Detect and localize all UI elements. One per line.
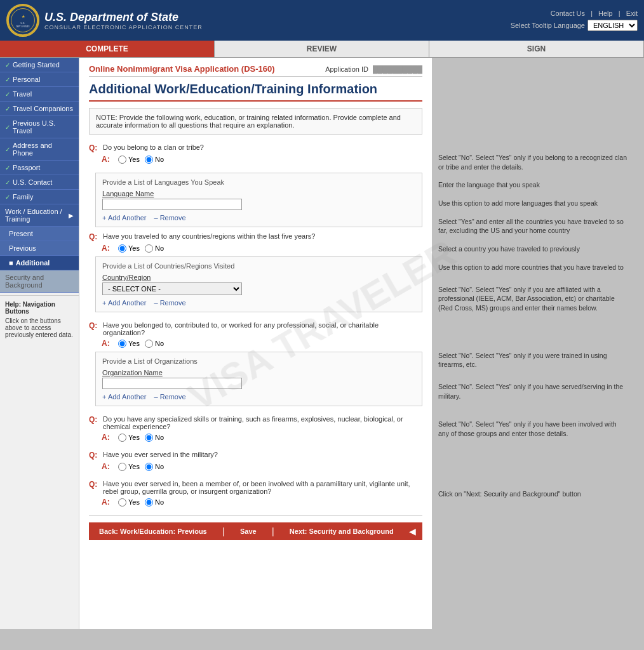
separator1: | (591, 10, 594, 17)
q6-yes-label[interactable]: Yes (118, 498, 140, 507)
sidebar-item-personal[interactable]: ✓ Personal (0, 72, 79, 87)
sidebar-item-travel-companions[interactable]: ✓ Travel Companions (0, 102, 79, 116)
q3-yes-radio[interactable] (118, 340, 126, 348)
bottom-nav: Back: Work/Education: Previous | Save | … (89, 522, 422, 540)
q3-yes-label[interactable]: Yes (118, 340, 140, 348)
q2-no-label[interactable]: No (145, 244, 164, 253)
q6-no-radio[interactable] (145, 498, 153, 507)
annotation-6: Use this option to add more countries th… (438, 263, 629, 272)
q1-no-label[interactable]: No (145, 156, 164, 164)
language-name-label: Language Name (102, 190, 415, 197)
annotation-10-text: Select "No". Select "Yes" only if you ha… (438, 420, 617, 437)
sidebar-item-family[interactable]: ✓ Family (0, 190, 79, 204)
q3-label: Q: (89, 321, 100, 330)
q5-no-radio[interactable] (145, 463, 153, 471)
language-dropdown[interactable]: ENGLISH (587, 20, 638, 31)
exit-link[interactable]: Exit (626, 10, 638, 17)
annotation-4: Select "Yes" and enter all the countries… (438, 217, 629, 235)
sidebar-item-us-contact[interactable]: ✓ U.S. Contact (0, 175, 79, 190)
help-link[interactable]: Help (598, 10, 613, 17)
main-content: Online Nonimmigrant Visa Application (DS… (79, 58, 432, 629)
language-name-input[interactable] (102, 199, 242, 210)
sidebar-label-passport: Passport (13, 164, 40, 171)
q6-yes-radio[interactable] (118, 498, 126, 507)
sidebar-item-previous[interactable]: Previous (0, 241, 79, 256)
sidebar-item-passport[interactable]: ✓ Passport (0, 161, 79, 175)
org-section-title: Provide a List of Organizations (102, 357, 415, 365)
q3-no-label[interactable]: No (145, 340, 164, 348)
q5-yes-label[interactable]: Yes (118, 463, 140, 471)
countries-remove-button[interactable]: Remove (154, 299, 185, 307)
sidebar-item-present[interactable]: Present (0, 227, 79, 241)
q4-no-radio[interactable] (145, 434, 153, 442)
save-button[interactable]: Save (236, 526, 260, 536)
check-icon: ✓ (5, 62, 10, 69)
check-icon: ✓ (5, 105, 10, 112)
country-region-select[interactable]: - SELECT ONE - (102, 282, 242, 295)
back-button[interactable]: Back: Work/Education: Previous (95, 526, 211, 536)
lang-label: Select Tooltip Language (511, 22, 585, 29)
annotation-8: Select "No". Select "Yes" only if you we… (438, 351, 629, 369)
sidebar-item-work-education[interactable]: Work / Education / Training ▶ (0, 204, 79, 227)
language-remove-button[interactable]: Remove (154, 214, 185, 222)
form-header-bar: Online Nonimmigrant Visa Application (DS… (89, 64, 422, 77)
check-icon: ✓ (5, 124, 10, 131)
language-add-remove: Add Another Remove (102, 214, 415, 222)
q6-no-label[interactable]: No (145, 498, 164, 507)
step-review[interactable]: REVIEW (215, 41, 429, 57)
org-add-button[interactable]: Add Another (102, 393, 146, 401)
help-text: Click on the buttons above to access pre… (5, 317, 74, 338)
q4-yes-radio[interactable] (118, 434, 126, 442)
question-clan-tribe: Q: Do you belong to a clan or tribe? A: … (89, 143, 422, 164)
q2-no-radio[interactable] (145, 244, 153, 253)
check-icon: ✓ (5, 76, 10, 83)
q1-yes-radio[interactable] (118, 156, 126, 164)
sidebar-label-address-phone: Address and Phone (13, 142, 74, 157)
q3-no-radio[interactable] (145, 340, 153, 348)
countries-subsection: Provide a List of Countries/Regions Visi… (95, 256, 422, 312)
q5-no-label[interactable]: No (145, 463, 164, 471)
nav-sep2: | (272, 526, 274, 536)
sidebar-label-previous: Previous (9, 244, 36, 252)
q1-no-radio[interactable] (145, 156, 153, 164)
contact-us-link[interactable]: Contact Us (551, 10, 585, 17)
org-name-input[interactable] (102, 378, 242, 389)
a4-label: A: (102, 433, 113, 442)
q5-yes-radio[interactable] (118, 463, 126, 471)
q1-yes-label[interactable]: Yes (118, 156, 140, 164)
sidebar-label-present: Present (9, 230, 33, 237)
countries-add-button[interactable]: Add Another (102, 299, 146, 307)
sidebar-item-getting-started[interactable]: ✓ Getting Started (0, 58, 79, 72)
org-name-label: Organization Name (102, 369, 415, 376)
q2-yes-label[interactable]: Yes (118, 244, 140, 253)
q4-yes-label[interactable]: Yes (118, 434, 140, 442)
page-title: Additional Work/Education/Training Infor… (89, 82, 422, 102)
org-remove-button[interactable]: Remove (154, 393, 185, 401)
language-add-button[interactable]: Add Another (102, 214, 146, 222)
sidebar-item-additional[interactable]: ■ Additional (0, 256, 79, 270)
header-text: U.S. Department of State CONSULAR ELECTR… (44, 11, 203, 30)
q3-text: Have you belonged to, contributed to, or… (103, 321, 422, 336)
step-complete[interactable]: COMPLETE (0, 41, 215, 57)
annotation-10: Select "No". Select "Yes" only if you ha… (438, 420, 629, 438)
q2-yes-radio[interactable] (118, 244, 126, 253)
q4-text: Do you have any specialized skills or tr… (103, 415, 422, 430)
language-selector-area: Select Tooltip Language ENGLISH (511, 20, 638, 31)
next-button[interactable]: Next: Security and Background (286, 526, 398, 536)
annotation-9-text: Select "No". Select "Yes" only if you ha… (438, 383, 623, 400)
logo-area: ★ U.S. DEPT OF STATE U.S. Department of … (6, 4, 203, 37)
organizations-subsection: Provide a List of Organizations Organiza… (95, 352, 422, 406)
q4-no-label[interactable]: No (145, 434, 164, 442)
sidebar-item-travel[interactable]: ✓ Travel (0, 87, 79, 102)
annotation-11-text: Click on "Next: Security and Background"… (438, 490, 581, 498)
sidebar-item-security-background[interactable]: Security and Background (0, 270, 79, 293)
a6-label: A: (102, 498, 113, 507)
sidebar-item-address-phone[interactable]: ✓ Address and Phone (0, 138, 79, 161)
sidebar-item-prev-us-travel[interactable]: ✓ Previous U.S. Travel (0, 116, 79, 138)
sidebar-label-security-background: Security and Background (5, 274, 74, 289)
help-title: Help: Navigation Buttons (5, 301, 74, 315)
question-organization: Q: Have you belonged to, contributed to,… (89, 321, 422, 406)
step-sign[interactable]: SIGN (429, 41, 644, 57)
question-paramilitary: Q: Have you ever served in, been a membe… (89, 480, 422, 507)
site-header: ★ U.S. DEPT OF STATE U.S. Department of … (0, 0, 644, 41)
